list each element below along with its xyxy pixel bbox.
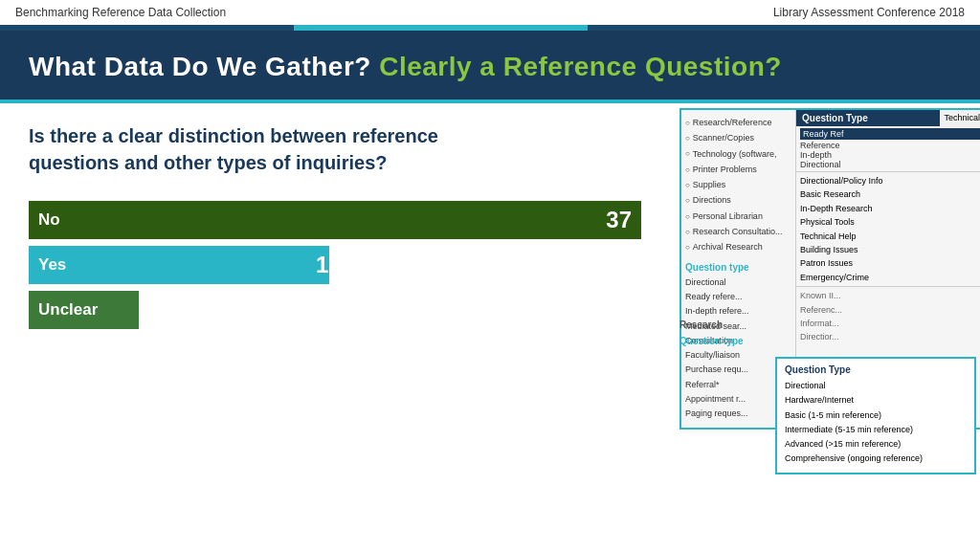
qt-item-physical-tools: Physical Tools bbox=[800, 215, 980, 229]
sub-item-directional: Directional bbox=[785, 379, 967, 393]
ss-item-personal: Personal Librarian bbox=[685, 209, 791, 224]
top-bar: Benchmarking Reference Data Collection L… bbox=[0, 0, 980, 25]
right-panel: Research/Reference Scanner/Copies Techno… bbox=[679, 108, 951, 511]
bar-value-yes: 18 bbox=[316, 252, 342, 278]
qt-right-list: Directional/Policy Info Basic Research I… bbox=[796, 171, 980, 286]
directional-tag: Directional bbox=[800, 160, 980, 169]
bar-label-no: No bbox=[38, 210, 60, 230]
sub-item-basic: Basic (1-5 min reference) bbox=[785, 408, 967, 423]
qt-item-emergency: Emergency/Crime bbox=[800, 271, 980, 284]
research-label: Research bbox=[679, 317, 744, 333]
ref-tag: Reference bbox=[800, 141, 980, 150]
ss-item-technology: Technology (software, bbox=[685, 147, 791, 162]
screenshot-sub: Question Type Directional Hardware/Inter… bbox=[775, 357, 976, 474]
ss-item-research-consult: Research Consultatio... bbox=[685, 225, 791, 239]
qt-right-bottom: Known II... Referenc... Informat... Dire… bbox=[796, 286, 980, 346]
qt-label: Question type bbox=[685, 259, 791, 276]
ss-item-printer: Printer Problems bbox=[685, 163, 791, 177]
header-section: What Data Do We Gather? Clearly a Refere… bbox=[0, 31, 980, 99]
question-text: Is there a clear distinction between ref… bbox=[29, 122, 469, 176]
page-title: What Data Do We Gather? Clearly a Refere… bbox=[29, 52, 951, 82]
sub-item-comprehensive: Comprehensive (ongoing reference) bbox=[785, 452, 967, 466]
left-panel: Is there a clear distinction between ref… bbox=[29, 122, 651, 511]
title-highlight: Clearly a Reference Question? bbox=[379, 52, 782, 81]
indepth-tag: In-depth bbox=[800, 150, 980, 160]
ss-item-scanner: Scanner/Copies bbox=[685, 131, 791, 145]
qt-item-technical-help: Technical Help bbox=[800, 230, 980, 243]
sub-box-title: Question Type bbox=[785, 364, 967, 375]
question-type-label: Question type bbox=[679, 333, 744, 349]
ss-item-archival: Archival Research bbox=[685, 240, 791, 254]
bar-row-unclear: Unclear 7 bbox=[29, 291, 641, 329]
ss-item-supplies: Supplies bbox=[685, 178, 791, 192]
ss-item-research-reference: Research/Reference bbox=[685, 116, 791, 130]
conference-right-label: Library Assessment Conference 2018 bbox=[773, 6, 965, 19]
sub-item-advanced: Advanced (>15 min reference) bbox=[785, 437, 967, 452]
bar-row-no: No 37 bbox=[29, 201, 641, 239]
ss-item-directions: Directions bbox=[685, 193, 791, 208]
side-labels: Research Question type bbox=[679, 317, 744, 349]
conference-left-label: Benchmarking Reference Data Collection bbox=[15, 6, 226, 19]
bar-value-unclear: 7 bbox=[144, 297, 156, 323]
screenshot-right-header-row: Question Type Technical bbox=[796, 110, 980, 126]
qt-item-basic-research: Basic Research bbox=[800, 187, 980, 201]
qt-item-patron-issues: Patron Issues bbox=[800, 256, 980, 270]
question-type-header: Question Type bbox=[796, 110, 940, 126]
sub-tags: Ready Ref Reference In-depth Directional bbox=[796, 126, 980, 171]
bar-value-no: 37 bbox=[606, 207, 632, 233]
main-content: Is there a clear distinction between ref… bbox=[0, 103, 980, 520]
technical-tag: Technical bbox=[940, 110, 980, 126]
sub-item-hardware: Hardware/Internet bbox=[785, 393, 967, 408]
bar-label-yes: Yes bbox=[38, 255, 66, 275]
qt-item-directional: Directional/Policy Info bbox=[800, 174, 980, 187]
qt-item-building-issues: Building Issues bbox=[800, 243, 980, 256]
ready-ref-tag: Ready Ref bbox=[800, 128, 980, 140]
sub-item-intermediate: Intermediate (5-15 min reference) bbox=[785, 423, 967, 437]
bar-row-yes: Yes 18 bbox=[29, 246, 641, 284]
bar-chart: No 37 Yes 18 Unclear 7 bbox=[29, 201, 641, 329]
qt-item-indepth-research: In-Depth Research bbox=[800, 202, 980, 215]
bar-label-unclear: Unclear bbox=[38, 300, 98, 320]
